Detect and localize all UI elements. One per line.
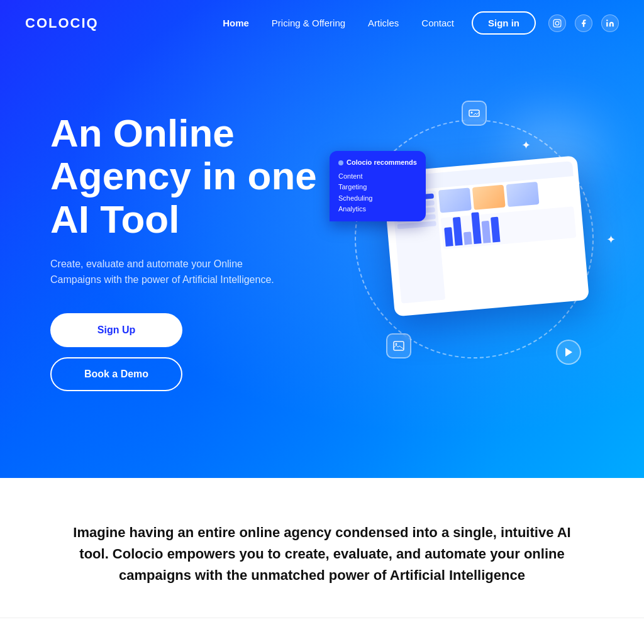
facebook-icon[interactable] — [575, 14, 592, 32]
orbit-icon-image — [386, 333, 411, 358]
hero-buttons: Sign Up Book a Demo — [50, 313, 333, 391]
dashboard-chart — [441, 206, 577, 249]
hero-title: An Online Agency in one AI Tool — [50, 112, 333, 241]
dash-image-3 — [506, 182, 540, 207]
signin-button[interactable]: Sign in — [472, 11, 536, 35]
nav-pricing[interactable]: Pricing & Offering — [272, 18, 345, 28]
sparkle-1: ✦ — [521, 138, 531, 152]
hero-illustration: ✦ ✦ ✦ — [317, 82, 631, 396]
ai-recommendation-bubble: Colocio recommends Content Targeting Sch… — [330, 151, 426, 221]
dash-image-1 — [438, 187, 472, 213]
logo[interactable]: COLOCIQ — [25, 15, 99, 31]
svg-point-1 — [555, 21, 559, 25]
social-links — [548, 14, 619, 32]
bubble-title: Colocio recommends — [347, 157, 417, 169]
instagram-icon[interactable] — [548, 14, 566, 32]
svg-point-4 — [606, 19, 608, 21]
navbar: COLOCIQ Home Pricing & Offering Articles… — [0, 0, 644, 46]
hero-subtitle: Create, evaluate and automate your Onlin… — [50, 256, 277, 288]
chart-bar-2 — [453, 217, 463, 246]
tagline-text: Imagine having an entire online agency c… — [64, 522, 580, 586]
hero-content: An Online Agency in one AI Tool Create, … — [50, 112, 333, 391]
bubble-dot — [338, 160, 343, 165]
bubble-item-analytics: Analytics — [338, 204, 417, 215]
bubble-header: Colocio recommends — [338, 157, 417, 169]
svg-point-8 — [396, 343, 397, 345]
tagline-section: Imagine having an entire online agency c… — [0, 478, 644, 618]
chart-bar-1 — [444, 227, 453, 247]
demo-button[interactable]: Book a Demo — [50, 357, 182, 391]
dash-image-2 — [472, 185, 506, 210]
svg-rect-3 — [606, 22, 608, 26]
nav-links: Home Pricing & Offering Articles Contact — [223, 18, 454, 29]
orbit-icon-play — [556, 340, 581, 365]
nav-contact[interactable]: Contact — [421, 18, 454, 28]
sparkle-2: ✦ — [606, 233, 616, 247]
dashboard-main — [438, 179, 580, 299]
bubble-item-content: Content — [338, 171, 417, 182]
bubble-item-targeting: Targeting — [338, 182, 417, 193]
chart-bar-4 — [471, 212, 481, 244]
svg-point-6 — [471, 112, 473, 114]
nav-articles[interactable]: Articles — [368, 18, 399, 28]
hero-section: An Online Agency in one AI Tool Create, … — [0, 0, 644, 478]
bubble-item-scheduling: Scheduling — [338, 193, 417, 204]
svg-rect-0 — [553, 19, 561, 27]
chart-bar-3 — [464, 231, 472, 245]
orbit-icon-top — [462, 101, 487, 126]
linkedin-icon[interactable] — [601, 14, 619, 32]
chart-bar-6 — [491, 217, 500, 243]
nav-home[interactable]: Home — [223, 18, 249, 28]
svg-point-2 — [559, 21, 560, 21]
signup-button[interactable]: Sign Up — [50, 313, 182, 347]
chart-bar-5 — [482, 221, 491, 243]
